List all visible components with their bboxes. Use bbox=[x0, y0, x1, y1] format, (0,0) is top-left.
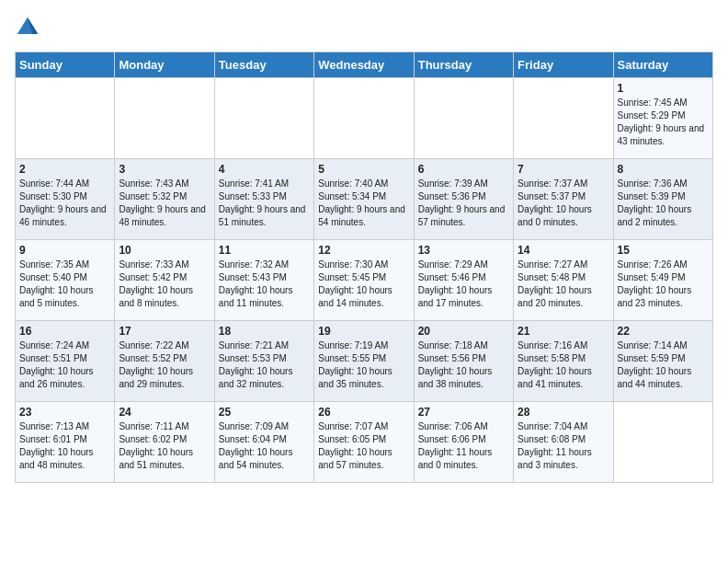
calendar-cell: 14Sunrise: 7:27 AM Sunset: 5:48 PM Dayli… bbox=[514, 240, 613, 321]
day-number: 20 bbox=[418, 325, 509, 338]
calendar-cell bbox=[414, 78, 513, 159]
day-number: 16 bbox=[19, 325, 110, 338]
day-number: 1 bbox=[618, 82, 709, 95]
calendar-cell: 13Sunrise: 7:29 AM Sunset: 5:46 PM Dayli… bbox=[414, 240, 513, 321]
calendar-week-row: 2Sunrise: 7:44 AM Sunset: 5:30 PM Daylig… bbox=[16, 159, 713, 240]
day-info: Sunrise: 7:41 AM Sunset: 5:33 PM Dayligh… bbox=[219, 178, 310, 229]
day-info: Sunrise: 7:19 AM Sunset: 5:55 PM Dayligh… bbox=[318, 339, 409, 391]
day-number: 15 bbox=[618, 244, 709, 257]
day-info: Sunrise: 7:06 AM Sunset: 6:06 PM Dayligh… bbox=[418, 420, 509, 472]
day-info: Sunrise: 7:18 AM Sunset: 5:56 PM Dayligh… bbox=[418, 339, 509, 391]
day-info: Sunrise: 7:11 AM Sunset: 6:02 PM Dayligh… bbox=[119, 420, 210, 472]
page-header bbox=[15, 15, 713, 40]
day-number: 13 bbox=[418, 244, 509, 257]
day-info: Sunrise: 7:26 AM Sunset: 5:49 PM Dayligh… bbox=[618, 259, 709, 310]
day-number: 17 bbox=[119, 325, 210, 338]
calendar-cell: 20Sunrise: 7:18 AM Sunset: 5:56 PM Dayli… bbox=[414, 321, 513, 402]
calendar-cell: 8Sunrise: 7:36 AM Sunset: 5:39 PM Daylig… bbox=[613, 159, 712, 240]
calendar-week-row: 23Sunrise: 7:13 AM Sunset: 6:01 PM Dayli… bbox=[16, 402, 713, 483]
calendar-cell bbox=[16, 78, 115, 159]
day-header-sunday: Sunday bbox=[16, 52, 115, 78]
calendar-cell: 15Sunrise: 7:26 AM Sunset: 5:49 PM Dayli… bbox=[613, 240, 712, 321]
calendar-cell: 9Sunrise: 7:35 AM Sunset: 5:40 PM Daylig… bbox=[16, 240, 115, 321]
day-info: Sunrise: 7:21 AM Sunset: 5:53 PM Dayligh… bbox=[219, 339, 310, 391]
day-number: 19 bbox=[318, 325, 409, 338]
day-number: 28 bbox=[518, 406, 609, 419]
day-info: Sunrise: 7:09 AM Sunset: 6:04 PM Dayligh… bbox=[219, 420, 310, 472]
calendar-cell bbox=[214, 78, 313, 159]
calendar-cell: 11Sunrise: 7:32 AM Sunset: 5:43 PM Dayli… bbox=[214, 240, 313, 321]
calendar-cell: 12Sunrise: 7:30 AM Sunset: 5:45 PM Dayli… bbox=[314, 240, 414, 321]
day-number: 5 bbox=[318, 163, 409, 176]
day-number: 21 bbox=[518, 325, 609, 338]
calendar-cell: 25Sunrise: 7:09 AM Sunset: 6:04 PM Dayli… bbox=[214, 402, 313, 483]
day-header-wednesday: Wednesday bbox=[314, 52, 414, 78]
calendar-cell: 18Sunrise: 7:21 AM Sunset: 5:53 PM Dayli… bbox=[214, 321, 313, 402]
day-info: Sunrise: 7:30 AM Sunset: 5:45 PM Dayligh… bbox=[318, 259, 409, 310]
calendar-cell: 10Sunrise: 7:33 AM Sunset: 5:42 PM Dayli… bbox=[115, 240, 214, 321]
day-info: Sunrise: 7:35 AM Sunset: 5:40 PM Dayligh… bbox=[19, 259, 110, 310]
day-info: Sunrise: 7:37 AM Sunset: 5:37 PM Dayligh… bbox=[518, 178, 609, 229]
day-number: 24 bbox=[119, 406, 210, 419]
day-number: 6 bbox=[418, 163, 509, 176]
day-number: 11 bbox=[219, 244, 310, 257]
calendar-cell: 3Sunrise: 7:43 AM Sunset: 5:32 PM Daylig… bbox=[115, 159, 214, 240]
day-info: Sunrise: 7:29 AM Sunset: 5:46 PM Dayligh… bbox=[418, 259, 509, 310]
logo bbox=[15, 15, 44, 40]
calendar-week-row: 16Sunrise: 7:24 AM Sunset: 5:51 PM Dayli… bbox=[16, 321, 713, 402]
calendar-cell: 26Sunrise: 7:07 AM Sunset: 6:05 PM Dayli… bbox=[314, 402, 414, 483]
day-header-saturday: Saturday bbox=[613, 52, 712, 78]
day-info: Sunrise: 7:36 AM Sunset: 5:39 PM Dayligh… bbox=[618, 178, 709, 229]
day-info: Sunrise: 7:24 AM Sunset: 5:51 PM Dayligh… bbox=[19, 339, 110, 391]
calendar-cell: 5Sunrise: 7:40 AM Sunset: 5:34 PM Daylig… bbox=[314, 159, 414, 240]
day-number: 12 bbox=[318, 244, 409, 257]
calendar-week-row: 9Sunrise: 7:35 AM Sunset: 5:40 PM Daylig… bbox=[16, 240, 713, 321]
day-header-monday: Monday bbox=[115, 52, 214, 78]
calendar-cell bbox=[613, 402, 712, 483]
calendar-cell: 1Sunrise: 7:45 AM Sunset: 5:29 PM Daylig… bbox=[613, 78, 712, 159]
calendar-cell: 21Sunrise: 7:16 AM Sunset: 5:58 PM Dayli… bbox=[514, 321, 613, 402]
calendar-cell: 6Sunrise: 7:39 AM Sunset: 5:36 PM Daylig… bbox=[414, 159, 513, 240]
day-info: Sunrise: 7:32 AM Sunset: 5:43 PM Dayligh… bbox=[219, 259, 310, 310]
day-info: Sunrise: 7:44 AM Sunset: 5:30 PM Dayligh… bbox=[19, 178, 110, 229]
calendar-cell: 7Sunrise: 7:37 AM Sunset: 5:37 PM Daylig… bbox=[514, 159, 613, 240]
day-info: Sunrise: 7:39 AM Sunset: 5:36 PM Dayligh… bbox=[418, 178, 509, 229]
calendar-cell: 24Sunrise: 7:11 AM Sunset: 6:02 PM Dayli… bbox=[115, 402, 214, 483]
calendar-cell: 28Sunrise: 7:04 AM Sunset: 6:08 PM Dayli… bbox=[514, 402, 613, 483]
logo-icon bbox=[15, 15, 40, 40]
day-info: Sunrise: 7:04 AM Sunset: 6:08 PM Dayligh… bbox=[518, 420, 609, 472]
day-info: Sunrise: 7:27 AM Sunset: 5:48 PM Dayligh… bbox=[518, 259, 609, 310]
calendar-cell bbox=[115, 78, 214, 159]
calendar-cell bbox=[314, 78, 414, 159]
calendar-cell: 17Sunrise: 7:22 AM Sunset: 5:52 PM Dayli… bbox=[115, 321, 214, 402]
day-number: 23 bbox=[19, 406, 110, 419]
calendar-week-row: 1Sunrise: 7:45 AM Sunset: 5:29 PM Daylig… bbox=[16, 78, 713, 159]
day-info: Sunrise: 7:14 AM Sunset: 5:59 PM Dayligh… bbox=[618, 339, 709, 391]
day-number: 18 bbox=[219, 325, 310, 338]
calendar-cell: 2Sunrise: 7:44 AM Sunset: 5:30 PM Daylig… bbox=[16, 159, 115, 240]
day-number: 26 bbox=[318, 406, 409, 419]
day-number: 9 bbox=[19, 244, 110, 257]
day-number: 2 bbox=[19, 163, 110, 176]
day-header-thursday: Thursday bbox=[414, 52, 513, 78]
day-number: 8 bbox=[618, 163, 709, 176]
calendar-cell: 16Sunrise: 7:24 AM Sunset: 5:51 PM Dayli… bbox=[16, 321, 115, 402]
calendar-cell: 4Sunrise: 7:41 AM Sunset: 5:33 PM Daylig… bbox=[214, 159, 313, 240]
day-header-tuesday: Tuesday bbox=[214, 52, 313, 78]
day-info: Sunrise: 7:40 AM Sunset: 5:34 PM Dayligh… bbox=[318, 178, 409, 229]
day-number: 3 bbox=[119, 163, 210, 176]
day-number: 22 bbox=[618, 325, 709, 338]
day-number: 4 bbox=[219, 163, 310, 176]
calendar-cell: 19Sunrise: 7:19 AM Sunset: 5:55 PM Dayli… bbox=[314, 321, 414, 402]
calendar-cell: 23Sunrise: 7:13 AM Sunset: 6:01 PM Dayli… bbox=[16, 402, 115, 483]
calendar-cell: 27Sunrise: 7:06 AM Sunset: 6:06 PM Dayli… bbox=[414, 402, 513, 483]
day-number: 10 bbox=[119, 244, 210, 257]
calendar-cell bbox=[514, 78, 613, 159]
day-info: Sunrise: 7:22 AM Sunset: 5:52 PM Dayligh… bbox=[119, 339, 210, 391]
day-number: 7 bbox=[518, 163, 609, 176]
day-number: 25 bbox=[219, 406, 310, 419]
day-info: Sunrise: 7:07 AM Sunset: 6:05 PM Dayligh… bbox=[318, 420, 409, 472]
day-info: Sunrise: 7:33 AM Sunset: 5:42 PM Dayligh… bbox=[119, 259, 210, 310]
calendar-table: SundayMondayTuesdayWednesdayThursdayFrid… bbox=[15, 52, 713, 483]
day-header-friday: Friday bbox=[514, 52, 613, 78]
